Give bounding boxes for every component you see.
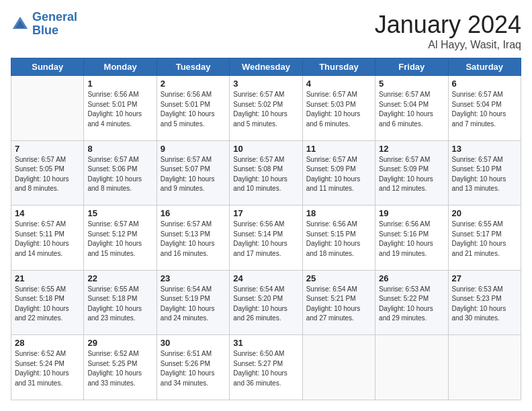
calendar-cell: 19Sunrise: 6:56 AM Sunset: 5:16 PM Dayli… <box>375 205 448 271</box>
week-row-2: 7Sunrise: 6:57 AM Sunset: 5:05 PM Daylig… <box>11 140 521 205</box>
day-number: 4 <box>306 79 371 89</box>
day-number: 9 <box>161 144 226 154</box>
logo: General Blue <box>11 11 77 38</box>
day-info: Sunrise: 6:57 AM Sunset: 5:05 PM Dayligh… <box>15 155 80 194</box>
calendar-cell: 10Sunrise: 6:57 AM Sunset: 5:08 PM Dayli… <box>230 140 302 205</box>
calendar-cell <box>11 76 84 141</box>
day-number: 30 <box>161 338 226 348</box>
header: General Blue January 2024 Al Hayy, Wasit… <box>11 11 521 51</box>
day-info: Sunrise: 6:57 AM Sunset: 5:12 PM Dayligh… <box>87 220 152 259</box>
day-number: 24 <box>233 273 298 283</box>
calendar-table: SundayMondayTuesdayWednesdayThursdayFrid… <box>11 58 521 400</box>
day-number: 2 <box>161 79 226 89</box>
calendar-cell: 12Sunrise: 6:57 AM Sunset: 5:09 PM Dayli… <box>375 140 448 205</box>
calendar-cell <box>375 335 448 400</box>
logo-line1: General <box>32 10 77 24</box>
calendar-cell: 27Sunrise: 6:53 AM Sunset: 5:23 PM Dayli… <box>448 270 521 335</box>
day-info: Sunrise: 6:56 AM Sunset: 5:14 PM Dayligh… <box>233 220 298 259</box>
calendar-cell: 21Sunrise: 6:55 AM Sunset: 5:18 PM Dayli… <box>11 270 84 335</box>
title-block: January 2024 Al Hayy, Wasit, Iraq <box>375 11 521 51</box>
day-number: 26 <box>379 273 444 283</box>
weekday-header-tuesday: Tuesday <box>157 58 229 76</box>
day-number: 18 <box>306 208 371 218</box>
day-number: 8 <box>87 144 152 154</box>
calendar-cell: 5Sunrise: 6:57 AM Sunset: 5:04 PM Daylig… <box>375 76 448 141</box>
day-info: Sunrise: 6:55 AM Sunset: 5:18 PM Dayligh… <box>15 285 80 324</box>
week-row-4: 21Sunrise: 6:55 AM Sunset: 5:18 PM Dayli… <box>11 270 521 335</box>
day-number: 15 <box>87 208 152 218</box>
calendar-cell: 23Sunrise: 6:54 AM Sunset: 5:19 PM Dayli… <box>157 270 229 335</box>
page: General Blue January 2024 Al Hayy, Wasit… <box>0 0 532 411</box>
day-info: Sunrise: 6:54 AM Sunset: 5:21 PM Dayligh… <box>306 285 371 324</box>
day-number: 16 <box>161 208 226 218</box>
day-number: 27 <box>452 273 517 283</box>
day-info: Sunrise: 6:54 AM Sunset: 5:19 PM Dayligh… <box>161 285 226 324</box>
calendar-cell: 29Sunrise: 6:52 AM Sunset: 5:25 PM Dayli… <box>84 335 157 400</box>
calendar-cell: 11Sunrise: 6:57 AM Sunset: 5:09 PM Dayli… <box>302 140 375 205</box>
day-info: Sunrise: 6:57 AM Sunset: 5:09 PM Dayligh… <box>306 155 371 194</box>
day-number: 28 <box>15 338 80 348</box>
logo-line2: Blue <box>32 24 58 37</box>
day-number: 14 <box>15 208 80 218</box>
calendar-cell: 20Sunrise: 6:55 AM Sunset: 5:17 PM Dayli… <box>448 205 521 271</box>
day-info: Sunrise: 6:56 AM Sunset: 5:01 PM Dayligh… <box>161 90 226 129</box>
day-info: Sunrise: 6:51 AM Sunset: 5:26 PM Dayligh… <box>161 349 226 388</box>
day-info: Sunrise: 6:53 AM Sunset: 5:22 PM Dayligh… <box>379 285 444 324</box>
day-info: Sunrise: 6:52 AM Sunset: 5:25 PM Dayligh… <box>87 349 152 388</box>
calendar-cell: 25Sunrise: 6:54 AM Sunset: 5:21 PM Dayli… <box>302 270 375 335</box>
day-number: 5 <box>379 79 444 89</box>
week-row-5: 28Sunrise: 6:52 AM Sunset: 5:24 PM Dayli… <box>11 335 521 400</box>
calendar-cell: 9Sunrise: 6:57 AM Sunset: 5:07 PM Daylig… <box>157 140 229 205</box>
day-number: 29 <box>87 338 152 348</box>
week-row-3: 14Sunrise: 6:57 AM Sunset: 5:11 PM Dayli… <box>11 205 521 271</box>
calendar-cell: 13Sunrise: 6:57 AM Sunset: 5:10 PM Dayli… <box>448 140 521 205</box>
day-number: 12 <box>379 144 444 154</box>
calendar-cell <box>302 335 375 400</box>
day-number: 20 <box>452 208 517 218</box>
calendar-cell: 28Sunrise: 6:52 AM Sunset: 5:24 PM Dayli… <box>11 335 84 400</box>
day-number: 25 <box>306 273 371 283</box>
day-info: Sunrise: 6:56 AM Sunset: 5:01 PM Dayligh… <box>87 90 152 129</box>
calendar-cell: 2Sunrise: 6:56 AM Sunset: 5:01 PM Daylig… <box>157 76 229 141</box>
calendar-cell: 7Sunrise: 6:57 AM Sunset: 5:05 PM Daylig… <box>11 140 84 205</box>
day-number: 23 <box>161 273 226 283</box>
day-number: 19 <box>379 208 444 218</box>
calendar-cell: 1Sunrise: 6:56 AM Sunset: 5:01 PM Daylig… <box>84 76 157 141</box>
day-info: Sunrise: 6:57 AM Sunset: 5:09 PM Dayligh… <box>379 155 444 194</box>
month-title: January 2024 <box>375 11 521 39</box>
weekday-header-sunday: Sunday <box>11 58 84 76</box>
day-info: Sunrise: 6:55 AM Sunset: 5:17 PM Dayligh… <box>452 220 517 259</box>
day-info: Sunrise: 6:56 AM Sunset: 5:15 PM Dayligh… <box>306 220 371 259</box>
day-info: Sunrise: 6:55 AM Sunset: 5:18 PM Dayligh… <box>87 285 152 324</box>
day-info: Sunrise: 6:57 AM Sunset: 5:13 PM Dayligh… <box>161 220 226 259</box>
weekday-header-wednesday: Wednesday <box>230 58 302 76</box>
calendar-cell: 6Sunrise: 6:57 AM Sunset: 5:04 PM Daylig… <box>448 76 521 141</box>
day-info: Sunrise: 6:57 AM Sunset: 5:08 PM Dayligh… <box>233 155 298 194</box>
day-number: 11 <box>306 144 371 154</box>
week-row-1: 1Sunrise: 6:56 AM Sunset: 5:01 PM Daylig… <box>11 76 521 141</box>
day-info: Sunrise: 6:50 AM Sunset: 5:27 PM Dayligh… <box>233 349 298 388</box>
day-number: 21 <box>15 273 80 283</box>
day-number: 1 <box>87 79 152 89</box>
calendar-cell: 16Sunrise: 6:57 AM Sunset: 5:13 PM Dayli… <box>157 205 229 271</box>
day-info: Sunrise: 6:53 AM Sunset: 5:23 PM Dayligh… <box>452 285 517 324</box>
day-info: Sunrise: 6:56 AM Sunset: 5:16 PM Dayligh… <box>379 220 444 259</box>
calendar-cell: 22Sunrise: 6:55 AM Sunset: 5:18 PM Dayli… <box>84 270 157 335</box>
calendar-cell: 24Sunrise: 6:54 AM Sunset: 5:20 PM Dayli… <box>230 270 302 335</box>
calendar-cell <box>448 335 521 400</box>
calendar-cell: 3Sunrise: 6:57 AM Sunset: 5:02 PM Daylig… <box>230 76 302 141</box>
day-info: Sunrise: 6:57 AM Sunset: 5:06 PM Dayligh… <box>87 155 152 194</box>
weekday-header-friday: Friday <box>375 58 448 76</box>
logo-text: General Blue <box>32 11 77 38</box>
day-info: Sunrise: 6:54 AM Sunset: 5:20 PM Dayligh… <box>233 285 298 324</box>
logo-icon <box>11 15 30 34</box>
calendar-cell: 31Sunrise: 6:50 AM Sunset: 5:27 PM Dayli… <box>230 335 302 400</box>
day-info: Sunrise: 6:57 AM Sunset: 5:02 PM Dayligh… <box>233 90 298 129</box>
calendar-cell: 30Sunrise: 6:51 AM Sunset: 5:26 PM Dayli… <box>157 335 229 400</box>
weekday-header-monday: Monday <box>84 58 157 76</box>
calendar-cell: 4Sunrise: 6:57 AM Sunset: 5:03 PM Daylig… <box>302 76 375 141</box>
day-number: 22 <box>87 273 152 283</box>
calendar-cell: 14Sunrise: 6:57 AM Sunset: 5:11 PM Dayli… <box>11 205 84 271</box>
day-number: 6 <box>452 79 517 89</box>
day-number: 13 <box>452 144 517 154</box>
